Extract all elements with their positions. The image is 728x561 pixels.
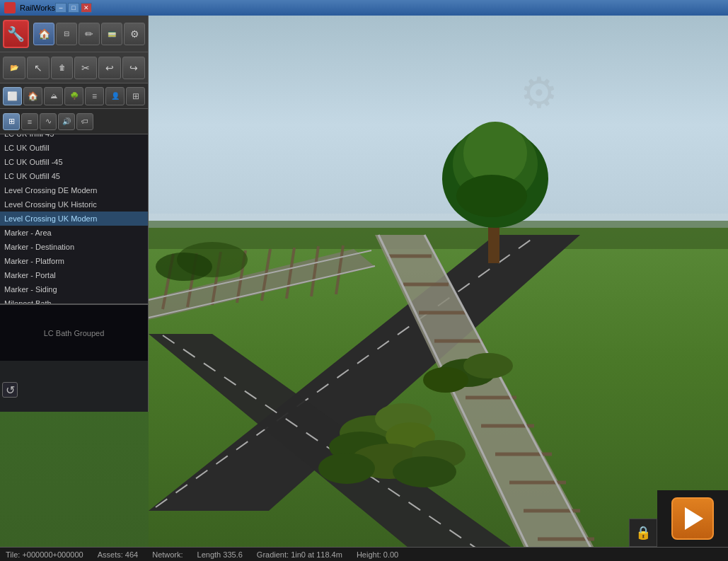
minimize-button[interactable]: – [55, 3, 67, 13]
train-button[interactable]: 🚃 [101, 23, 122, 45]
rotate-button[interactable]: ↺ [2, 382, 18, 398]
gear-icon: ⚙ [130, 28, 139, 40]
status-assets: Assets: 464 [98, 550, 138, 559]
cube-icon: ⬜ [7, 91, 18, 101]
person-icon: 👤 [111, 92, 120, 100]
train-icon: 🚃 [108, 30, 116, 37]
maximize-button[interactable]: □ [68, 3, 79, 13]
list-item[interactable]: Marker - Siding [0, 282, 148, 296]
list-item[interactable]: Milepost Bath [0, 296, 148, 304]
window-controls: – □ ✕ [55, 3, 92, 13]
tab-objects[interactable]: ⬜ [3, 87, 22, 105]
grid-icon: ⊞ [8, 117, 15, 126]
cursor-icon: ↖ [34, 62, 42, 74]
tab-rocks[interactable]: ⛰ [44, 87, 63, 105]
preview-label: LC Bath Grouped [44, 329, 105, 337]
delete-icon: 🗑 [59, 64, 66, 71]
list-item[interactable]: Level Crossing UK Modern [0, 212, 148, 226]
layers-icon: ⊞ [132, 91, 139, 101]
tab-layers[interactable]: ⊞ [126, 87, 145, 105]
redo-button[interactable]: ↪ [122, 57, 145, 79]
tag-icon: 🏷 [81, 117, 88, 125]
tree-icon: 🌳 [70, 92, 79, 100]
home-icon: 🏠 [38, 28, 50, 40]
undo-icon: ↩ [105, 62, 114, 74]
pencil-icon: ✏ [85, 28, 93, 40]
curve-icon: ∿ [45, 117, 52, 126]
subtab-curve[interactable]: ∿ [40, 113, 57, 130]
list-item[interactable]: LC UK Infill 45 [0, 134, 148, 141]
settings-button[interactable]: ⚙ [124, 23, 145, 45]
open-file-button[interactable]: 📂 [3, 57, 25, 79]
subtab-sound[interactable]: 🔊 [58, 113, 75, 130]
rocks-icon: ⛰ [50, 92, 57, 100]
list-item[interactable]: LC UK Outfill [0, 141, 148, 155]
open-icon: 📂 [10, 64, 18, 71]
rail-button[interactable]: ⊟ [56, 23, 77, 45]
delete-button[interactable]: 🗑 [51, 57, 74, 79]
list-item[interactable]: Marker - Portal [0, 268, 148, 282]
home-button[interactable]: 🏠 [33, 23, 54, 45]
cut-icon: ✂ [81, 62, 90, 74]
titlebar: RailWorks – □ ✕ [0, 0, 728, 16]
statusbar: Tile: +000000+000000 Assets: 464 Network… [0, 547, 728, 561]
sound-icon: 🔊 [62, 117, 71, 125]
select-button[interactable]: ↖ [27, 57, 50, 79]
redo-icon: ↪ [129, 62, 138, 74]
app-logo-button[interactable]: 🔧 [3, 20, 29, 48]
pencil-button[interactable]: ✏ [79, 23, 100, 45]
play-triangle-icon [685, 507, 703, 530]
list-item[interactable]: Marker - Area [0, 226, 148, 240]
window-title: RailWorks [20, 4, 55, 12]
preview-area: LC Bath Grouped [0, 304, 148, 361]
list-item[interactable]: Marker - Destination [0, 240, 148, 254]
tab-buildings[interactable]: 🏠 [23, 87, 42, 105]
lock-icon: 🔒 [635, 525, 651, 540]
rail-icon: ⊟ [64, 30, 69, 37]
left-panel: 🔧 🏠 ⊟ ✏ 🚃 ⚙ 📂 ↖ 🗑 ✂ ↩ [0, 16, 149, 412]
list-item[interactable]: Level Crossing DE Modern [0, 183, 148, 197]
subcategory-tabs: ⊞ ≡ ∿ 🔊 🏷 [0, 109, 148, 134]
list-item[interactable]: LC UK Outfill -45 [0, 155, 148, 169]
subtab-grid[interactable]: ⊞ [3, 113, 20, 130]
cut-button[interactable]: ✂ [74, 57, 97, 79]
list-item[interactable]: Level Crossing UK Historic [0, 197, 148, 212]
undo-button[interactable]: ↩ [98, 57, 121, 79]
close-button[interactable]: ✕ [81, 3, 92, 13]
play-area [657, 490, 728, 547]
house-icon: 🏠 [28, 91, 38, 101]
tab-persons[interactable]: 👤 [105, 87, 125, 105]
status-length: Length 335.6 [197, 550, 243, 559]
subtab-track[interactable]: ≡ [21, 113, 38, 130]
track2-icon: ≡ [28, 117, 32, 126]
status-tile: Tile: +000000+000000 [6, 550, 83, 559]
asset-list[interactable]: LC UK InfillLC UK Infill -45LC UK Infill… [0, 134, 148, 304]
rotate-tool[interactable]: ↺ [2, 382, 18, 398]
category-tabs: ⬜ 🏠 ⛰ 🌳 ≡ 👤 ⊞ [0, 83, 148, 109]
subtab-tag[interactable]: 🏷 [76, 113, 93, 130]
main-toolbar: 🔧 🏠 ⊟ ✏ 🚃 ⚙ [0, 16, 148, 52]
track-icon: ≡ [92, 91, 97, 101]
play-button[interactable] [671, 497, 714, 540]
list-item[interactable]: Marker - Platform [0, 254, 148, 268]
status-gradient: Gradient: 1in0 at 118.4m [257, 550, 342, 559]
lock-button[interactable]: 🔒 [629, 519, 657, 547]
status-network: Network: [152, 550, 183, 559]
edit-toolbar: 📂 ↖ 🗑 ✂ ↩ ↪ [0, 52, 148, 83]
status-height: Height: 0.00 [357, 550, 398, 559]
tab-trees[interactable]: 🌳 [64, 87, 83, 105]
tab-tracks[interactable]: ≡ [85, 87, 104, 105]
list-item[interactable]: LC UK Outfill 45 [0, 169, 148, 183]
app-icon [4, 2, 16, 13]
